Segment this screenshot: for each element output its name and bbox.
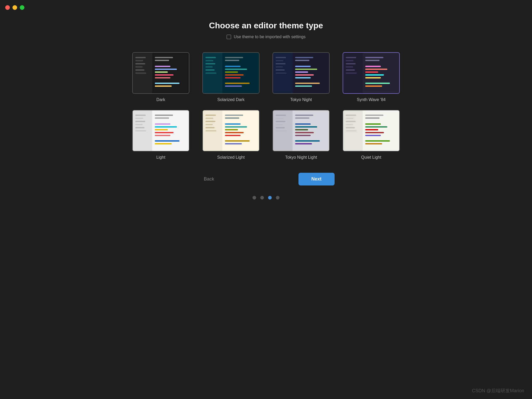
pagination-dot-4[interactable] — [276, 196, 280, 200]
back-button[interactable]: Back — [197, 173, 220, 185]
import-settings-checkbox[interactable] — [227, 35, 231, 39]
theme-item-solarized-dark[interactable]: Solarized Dark — [202, 52, 260, 102]
theme-name-tokyo-night-light: Tokyo Night Light — [285, 155, 317, 160]
theme-item-light[interactable]: Light — [132, 110, 189, 160]
traffic-lights — [5, 5, 24, 10]
theme-card-light[interactable] — [132, 110, 189, 151]
theme-item-quiet-light[interactable]: Quiet Light — [343, 110, 400, 160]
theme-card-quiet-light[interactable] — [343, 110, 400, 151]
theme-card-solarized-dark[interactable] — [202, 52, 260, 94]
theme-name-tokyo-night: Tokyo Night — [290, 97, 312, 102]
theme-item-synth-wave[interactable]: Synth Wave '84 — [343, 52, 400, 102]
theme-card-dark[interactable] — [132, 52, 189, 94]
pagination-dot-3[interactable] — [268, 196, 272, 200]
theme-item-solarized-light[interactable]: Solarized Light — [202, 110, 260, 160]
pagination-dots — [252, 196, 280, 200]
theme-name-solarized-light: Solarized Light — [217, 155, 245, 160]
theme-grid: Dark — [132, 52, 400, 160]
theme-name-dark: Dark — [156, 97, 165, 102]
theme-card-tokyo-night[interactable] — [272, 52, 330, 94]
theme-item-tokyo-night-light[interactable]: Tokyo Night Light — [272, 110, 330, 160]
next-button[interactable]: Next — [298, 173, 335, 185]
maximize-button[interactable] — [20, 5, 24, 10]
import-settings-row: Use theme to be imported with settings — [227, 35, 306, 39]
page-title: Choose an editor theme type — [209, 21, 323, 30]
watermark: CSDN @后端研发Marion — [472, 388, 524, 394]
theme-card-tokyo-night-light[interactable] — [272, 110, 330, 151]
buttons-row: Back Next — [175, 173, 357, 185]
import-settings-label: Use theme to be imported with settings — [234, 35, 306, 39]
theme-name-synth-wave: Synth Wave '84 — [357, 97, 386, 102]
theme-card-solarized-light[interactable] — [202, 110, 260, 151]
theme-card-synth-wave[interactable] — [343, 52, 400, 94]
theme-name-quiet-light: Quiet Light — [361, 155, 381, 160]
minimize-button[interactable] — [12, 5, 17, 10]
close-button[interactable] — [5, 5, 10, 10]
theme-name-solarized-dark: Solarized Dark — [217, 97, 245, 102]
theme-name-light: Light — [156, 155, 165, 160]
pagination-dot-1[interactable] — [252, 196, 256, 200]
main-container: Choose an editor theme type Use theme to… — [0, 0, 532, 399]
theme-item-tokyo-night[interactable]: Tokyo Night — [272, 52, 330, 102]
theme-item-dark[interactable]: Dark — [132, 52, 189, 102]
pagination-dot-2[interactable] — [260, 196, 264, 200]
